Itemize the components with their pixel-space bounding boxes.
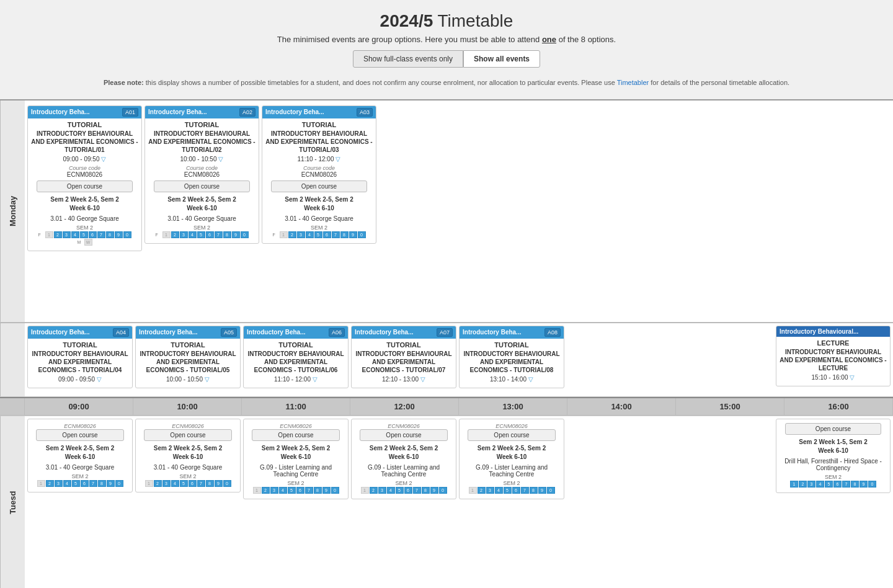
view-toggle: Show full-class events only Show all eve… <box>0 50 893 68</box>
event-card-a04: ECNM08026 Open course Sem 2 Week 2-5, Se… <box>27 419 133 492</box>
event-card-lecture-top: Introductory Behavioural... LECTURE INTR… <box>776 326 891 386</box>
monday-label: Monday <box>0 100 25 322</box>
event-card-a05: ECNM08026 Open course Sem 2 Week 2-5, Se… <box>135 419 241 492</box>
open-course-btn-lecture[interactable]: Open course <box>785 423 882 435</box>
time-09: 09:00 <box>25 398 133 415</box>
time-11: 11:00 <box>242 398 350 415</box>
open-course-btn-a02[interactable]: Open course <box>154 180 251 192</box>
note-text: Please note: this display shows a number… <box>0 74 893 94</box>
event-card-a02: Introductory Beha... A02 TUTORIAL INTROD… <box>144 105 259 244</box>
open-course-btn-a05[interactable]: Open course <box>144 429 232 441</box>
event-card-a01: Introductory Beha... A01 TUTORIAL INTROD… <box>27 105 142 251</box>
event-card-a07-top: Introductory Beha... A07 TUTORIAL INTROD… <box>351 326 456 388</box>
event-card-a08: ECNM08026 Open course Sem 2 Week 2-5, Se… <box>459 419 564 499</box>
open-course-btn[interactable]: Open course <box>37 180 133 192</box>
event-card-a04-top: Introductory Beha... A04 TUTORIAL INTROD… <box>27 326 133 388</box>
event-type: TUTORIAL <box>31 121 138 128</box>
time-14: 14:00 <box>567 398 676 415</box>
monday-bottom-label <box>0 323 25 396</box>
time-13: 13:00 <box>459 398 567 415</box>
monday-row: Monday Introductory Beha... A01 TUTORIAL… <box>0 99 893 323</box>
event-card-a08-top: Introductory Beha... A08 TUTORIAL INTROD… <box>459 326 564 388</box>
page-header: 2024/5 Timetable The minimised events ar… <box>0 0 893 99</box>
time-12: 12:00 <box>350 398 459 415</box>
open-course-btn-a06[interactable]: Open course <box>252 429 340 441</box>
event-card-a03: Introductory Beha... A03 TUTORIAL INTROD… <box>262 105 376 244</box>
time-16: 16:00 <box>784 398 893 415</box>
tuesday-row: Tuesd ECNM08026 Open course Sem 2 Week 2… <box>0 416 893 589</box>
event-card-a05-top: Introductory Beha... A05 TUTORIAL INTROD… <box>135 326 241 388</box>
time-bar: 09:00 10:00 11:00 12:00 13:00 14:00 15:0… <box>0 397 893 416</box>
subtitle: The minimised events are group options. … <box>0 35 893 44</box>
monday-events: Introductory Beha... A01 TUTORIAL INTROD… <box>25 100 893 322</box>
group-badge: A01 <box>122 108 138 117</box>
open-course-btn-a04[interactable]: Open course <box>36 429 124 441</box>
tuesday-label: Tuesd <box>0 416 25 589</box>
time-15: 15:00 <box>676 398 784 415</box>
show-all-events-btn[interactable]: Show all events <box>463 50 540 68</box>
event-card-lecture-bottom: Open course Sem 2 Week 1-5, Sem 2Week 6-… <box>776 419 891 493</box>
timetable-wrapper: Monday Introductory Beha... A01 TUTORIAL… <box>0 99 893 589</box>
show-full-class-btn[interactable]: Show full-class events only <box>353 50 463 68</box>
time-10: 10:00 <box>133 398 242 415</box>
event-card-a07: ECNM08026 Open course Sem 2 Week 2-5, Se… <box>351 419 456 499</box>
event-time: 09:00 - 09:50 ▽ <box>31 156 138 163</box>
course-name: Introductory Beha... <box>31 109 120 115</box>
monday-bottom-row: Introductory Beha... A04 TUTORIAL INTROD… <box>0 323 893 397</box>
event-desc: INTRODUCTORY BEHAVIOURAL AND EXPERIMENTA… <box>31 130 138 154</box>
open-course-btn-a03[interactable]: Open course <box>271 180 368 192</box>
open-course-btn-a08[interactable]: Open course <box>468 429 556 441</box>
event-card-a06-top: Introductory Beha... A06 TUTORIAL INTROD… <box>243 326 349 388</box>
page-title: 2024/5 Timetable <box>0 11 893 31</box>
event-card-a06: ECNM08026 Open course Sem 2 Week 2-5, Se… <box>243 419 349 499</box>
timetabler-link[interactable]: Timetabler <box>617 79 649 86</box>
open-course-btn-a07[interactable]: Open course <box>360 429 448 441</box>
